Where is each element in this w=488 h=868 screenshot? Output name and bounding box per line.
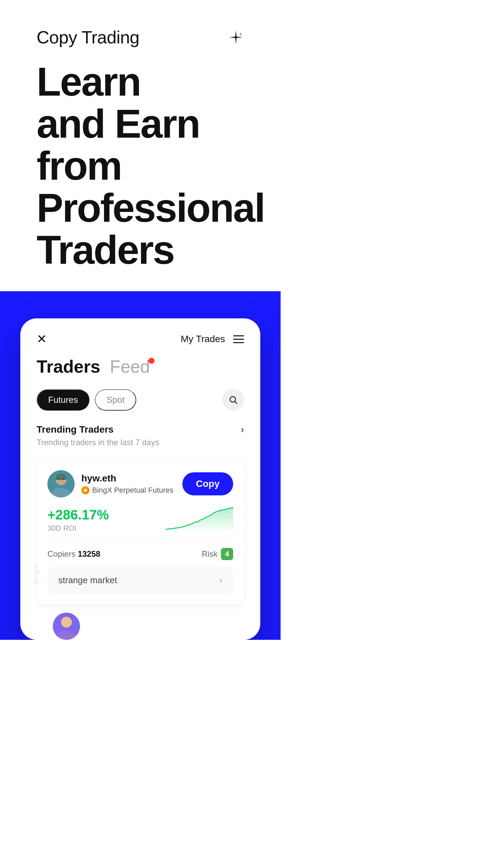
nav-bar: ✕ My Trades (20, 318, 260, 353)
roi-chart (165, 506, 233, 533)
trader-top-row: hyw.eth BingX Perpetual Futures (47, 470, 233, 497)
tab-traders[interactable]: Traders (37, 356, 100, 377)
close-button[interactable]: ✕ (37, 332, 47, 346)
trader-name-block: hyw.eth BingX Perpetual Futures (81, 473, 174, 495)
spot-filter-button[interactable]: Spot (95, 389, 136, 411)
stats-row: Copiers 13258 Risk 4 (47, 541, 233, 560)
exchange-badge (81, 486, 89, 494)
trader-exchange: BingX Perpetual Futures (81, 486, 174, 495)
roi-label: 30D ROI (47, 524, 109, 533)
svg-line-1 (235, 402, 237, 404)
strange-market-text: strange market (58, 575, 117, 586)
sparkle-icon[interactable] (228, 29, 244, 45)
svg-marker-7 (83, 488, 87, 492)
svg-point-9 (61, 617, 72, 628)
header-top: Copy Trading (37, 27, 244, 47)
svg-point-6 (62, 478, 64, 480)
second-avatar-svg (53, 613, 80, 640)
trending-arrow[interactable]: › (241, 424, 244, 435)
trader-name[interactable]: hyw.eth (81, 473, 174, 484)
tab-feed[interactable]: Feed (110, 356, 150, 377)
blue-section: ✕ My Trades Traders Feed (0, 291, 281, 640)
trader-card: hyw.eth BingX Perpetual Futures (37, 459, 244, 605)
svg-point-5 (58, 478, 60, 480)
trending-subtitle: Trending traders in the last 7 days (37, 438, 244, 447)
page-title: Copy Trading (37, 27, 139, 47)
trending-title: Trending Traders (37, 424, 114, 435)
copiers-info: Copiers 13258 (47, 549, 100, 559)
risk-info: Risk 4 (202, 548, 233, 560)
card-container: hyw.eth BingX Perpetual Futures (37, 459, 244, 605)
roi-value: +286.17% (47, 507, 109, 522)
trending-header: Trending Traders › (37, 424, 244, 435)
copiers-count: 13258 (78, 549, 100, 558)
svg-point-0 (230, 397, 236, 402)
roi-row: +286.17% 30D ROI (47, 506, 233, 533)
futures-filter-button[interactable]: Futures (37, 389, 89, 411)
tabs-row: Traders Feed (37, 356, 244, 377)
risk-badge: 4 (221, 548, 233, 560)
trending-section: Trending Traders › Trending traders in t… (20, 424, 260, 640)
filter-pills: Futures Spot (37, 389, 136, 411)
filter-row: Futures Spot (37, 389, 244, 411)
exchange-name: BingX Perpetual Futures (92, 486, 174, 495)
trader-avatar (47, 470, 75, 497)
roi-left: +286.17% 30D ROI (47, 507, 109, 533)
nav-right: My Trades (181, 334, 244, 344)
search-button[interactable] (222, 389, 244, 411)
my-trades-label[interactable]: My Trades (181, 334, 225, 344)
phone-inner: ✕ My Trades Traders Feed (20, 318, 260, 640)
strange-market-arrow: › (219, 575, 222, 586)
notification-dot (148, 358, 155, 364)
second-avatar-preview (53, 613, 80, 640)
avatar-inner (47, 470, 75, 497)
second-trader-peek (37, 613, 244, 640)
bingx-watermark: BingX (33, 565, 40, 584)
search-icon (228, 395, 238, 405)
exchange-icon (83, 488, 88, 493)
phone-mockup: ✕ My Trades Traders Feed (20, 318, 260, 640)
header-section: Copy Trading Learn and Earn from Profess… (0, 0, 281, 291)
trader-info: hyw.eth BingX Perpetual Futures (47, 470, 174, 497)
strange-market-row[interactable]: strange market › (47, 567, 233, 594)
hero-heading: Learn and Earn from Professional Traders (37, 61, 244, 271)
tabs-section: Traders Feed Futures Spot (20, 353, 260, 411)
avatar-svg (47, 470, 75, 497)
hamburger-icon[interactable] (233, 335, 244, 343)
copy-button[interactable]: Copy (182, 472, 233, 495)
